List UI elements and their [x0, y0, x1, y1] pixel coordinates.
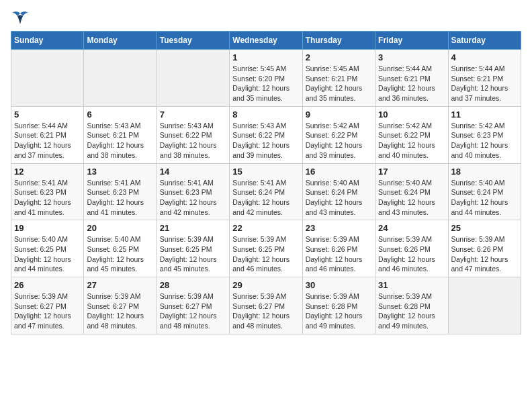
day-info: Sunrise: 5:42 AMSunset: 6:22 PMDaylight:… — [378, 121, 445, 161]
calendar-cell: 27Sunrise: 5:39 AMSunset: 6:27 PMDayligh… — [84, 277, 157, 334]
day-number: 17 — [378, 167, 445, 177]
calendar-cell — [11, 50, 84, 107]
day-number: 5 — [14, 109, 81, 120]
calendar-cell: 2Sunrise: 5:45 AMSunset: 6:21 PMDaylight… — [302, 50, 375, 107]
calendar-cell: 16Sunrise: 5:40 AMSunset: 6:24 PMDayligh… — [302, 163, 375, 220]
day-number: 6 — [87, 109, 153, 120]
day-info: Sunrise: 5:40 AMSunset: 6:25 PMDaylight:… — [14, 234, 81, 274]
day-info: Sunrise: 5:39 AMSunset: 6:27 PMDaylight:… — [87, 291, 153, 331]
day-info: Sunrise: 5:45 AMSunset: 6:21 PMDaylight:… — [306, 64, 372, 103]
day-of-week-header: Monday — [84, 32, 157, 50]
calendar-cell: 5Sunrise: 5:44 AMSunset: 6:21 PMDaylight… — [11, 106, 84, 163]
day-number: 28 — [160, 280, 226, 290]
day-info: Sunrise: 5:45 AMSunset: 6:20 PMDaylight:… — [232, 64, 299, 103]
day-of-week-header: Tuesday — [157, 32, 229, 50]
calendar-cell: 17Sunrise: 5:40 AMSunset: 6:24 PMDayligh… — [375, 163, 448, 220]
day-info: Sunrise: 5:39 AMSunset: 6:27 PMDaylight:… — [160, 291, 226, 331]
day-info: Sunrise: 5:41 AMSunset: 6:23 PMDaylight:… — [160, 178, 226, 218]
calendar-cell: 6Sunrise: 5:43 AMSunset: 6:21 PMDaylight… — [84, 106, 157, 163]
day-number: 2 — [306, 52, 372, 62]
day-number: 31 — [378, 280, 445, 290]
calendar-cell: 11Sunrise: 5:42 AMSunset: 6:23 PMDayligh… — [448, 106, 521, 163]
calendar-cell: 13Sunrise: 5:41 AMSunset: 6:23 PMDayligh… — [84, 163, 157, 220]
day-info: Sunrise: 5:43 AMSunset: 6:22 PMDaylight:… — [232, 121, 299, 161]
day-number: 15 — [232, 167, 299, 177]
day-info: Sunrise: 5:39 AMSunset: 6:26 PMDaylight:… — [378, 234, 445, 274]
day-info: Sunrise: 5:44 AMSunset: 6:21 PMDaylight:… — [14, 121, 81, 161]
day-info: Sunrise: 5:41 AMSunset: 6:23 PMDaylight:… — [87, 178, 153, 218]
calendar-cell: 22Sunrise: 5:39 AMSunset: 6:25 PMDayligh… — [230, 220, 302, 277]
day-info: Sunrise: 5:43 AMSunset: 6:21 PMDaylight:… — [87, 121, 153, 161]
day-number: 18 — [451, 167, 518, 177]
day-info: Sunrise: 5:41 AMSunset: 6:23 PMDaylight:… — [14, 178, 81, 218]
calendar-body: 1Sunrise: 5:45 AMSunset: 6:20 PMDaylight… — [11, 50, 521, 334]
day-number: 26 — [14, 280, 81, 290]
day-number: 1 — [232, 52, 299, 62]
day-number: 25 — [451, 223, 518, 233]
day-info: Sunrise: 5:39 AMSunset: 6:25 PMDaylight:… — [232, 234, 299, 274]
day-info: Sunrise: 5:39 AMSunset: 6:28 PMDaylight:… — [306, 291, 372, 331]
day-number: 16 — [306, 167, 372, 177]
calendar-cell: 25Sunrise: 5:39 AMSunset: 6:26 PMDayligh… — [448, 220, 521, 277]
day-of-week-header: Sunday — [11, 32, 84, 50]
day-info: Sunrise: 5:42 AMSunset: 6:23 PMDaylight:… — [451, 121, 518, 161]
page-header — [11, 11, 521, 26]
calendar-cell — [448, 277, 521, 334]
logo — [11, 11, 32, 26]
calendar-week-row: 19Sunrise: 5:40 AMSunset: 6:25 PMDayligh… — [11, 220, 521, 277]
day-of-week-header: Wednesday — [230, 32, 302, 50]
calendar-cell: 8Sunrise: 5:43 AMSunset: 6:22 PMDaylight… — [230, 106, 302, 163]
day-number: 20 — [87, 223, 153, 233]
day-number: 7 — [160, 109, 226, 120]
calendar-cell: 10Sunrise: 5:42 AMSunset: 6:22 PMDayligh… — [375, 106, 448, 163]
calendar-cell: 12Sunrise: 5:41 AMSunset: 6:23 PMDayligh… — [11, 163, 84, 220]
calendar-cell: 19Sunrise: 5:40 AMSunset: 6:25 PMDayligh… — [11, 220, 84, 277]
day-info: Sunrise: 5:44 AMSunset: 6:21 PMDaylight:… — [378, 64, 445, 103]
day-number: 24 — [378, 223, 445, 233]
calendar-cell: 28Sunrise: 5:39 AMSunset: 6:27 PMDayligh… — [157, 277, 229, 334]
day-header-row: SundayMondayTuesdayWednesdayThursdayFrid… — [11, 32, 521, 50]
day-info: Sunrise: 5:39 AMSunset: 6:28 PMDaylight:… — [378, 291, 445, 331]
calendar-cell — [157, 50, 229, 107]
day-of-week-header: Saturday — [448, 32, 521, 50]
calendar-week-row: 1Sunrise: 5:45 AMSunset: 6:20 PMDaylight… — [11, 50, 521, 107]
day-number: 9 — [306, 109, 372, 120]
day-number: 12 — [14, 167, 81, 177]
day-number: 8 — [232, 109, 299, 120]
calendar-cell: 9Sunrise: 5:42 AMSunset: 6:22 PMDaylight… — [302, 106, 375, 163]
day-of-week-header: Friday — [375, 32, 448, 50]
day-info: Sunrise: 5:39 AMSunset: 6:25 PMDaylight:… — [160, 234, 226, 274]
day-number: 11 — [451, 109, 518, 120]
day-info: Sunrise: 5:40 AMSunset: 6:24 PMDaylight:… — [451, 178, 518, 218]
calendar-cell: 23Sunrise: 5:39 AMSunset: 6:26 PMDayligh… — [302, 220, 375, 277]
day-info: Sunrise: 5:42 AMSunset: 6:22 PMDaylight:… — [306, 121, 372, 161]
day-info: Sunrise: 5:40 AMSunset: 6:24 PMDaylight:… — [306, 178, 372, 218]
day-number: 3 — [378, 52, 445, 62]
calendar-cell: 30Sunrise: 5:39 AMSunset: 6:28 PMDayligh… — [302, 277, 375, 334]
day-of-week-header: Thursday — [302, 32, 375, 50]
calendar-cell: 3Sunrise: 5:44 AMSunset: 6:21 PMDaylight… — [375, 50, 448, 107]
day-number: 29 — [232, 280, 299, 290]
calendar-cell: 1Sunrise: 5:45 AMSunset: 6:20 PMDaylight… — [230, 50, 302, 107]
day-number: 13 — [87, 167, 153, 177]
calendar-cell: 18Sunrise: 5:40 AMSunset: 6:24 PMDayligh… — [448, 163, 521, 220]
calendar-header: SundayMondayTuesdayWednesdayThursdayFrid… — [11, 32, 521, 50]
calendar-cell: 26Sunrise: 5:39 AMSunset: 6:27 PMDayligh… — [11, 277, 84, 334]
day-number: 4 — [451, 52, 518, 62]
calendar-week-row: 26Sunrise: 5:39 AMSunset: 6:27 PMDayligh… — [11, 277, 521, 334]
day-info: Sunrise: 5:39 AMSunset: 6:27 PMDaylight:… — [232, 291, 299, 331]
calendar-cell: 15Sunrise: 5:41 AMSunset: 6:24 PMDayligh… — [230, 163, 302, 220]
calendar-table: SundayMondayTuesdayWednesdayThursdayFrid… — [11, 31, 521, 334]
day-info: Sunrise: 5:39 AMSunset: 6:26 PMDaylight:… — [451, 234, 518, 274]
calendar-week-row: 12Sunrise: 5:41 AMSunset: 6:23 PMDayligh… — [11, 163, 521, 220]
day-number: 19 — [14, 223, 81, 233]
day-number: 23 — [306, 223, 372, 233]
day-number: 21 — [160, 223, 226, 233]
day-info: Sunrise: 5:39 AMSunset: 6:27 PMDaylight:… — [14, 291, 81, 331]
calendar-cell: 31Sunrise: 5:39 AMSunset: 6:28 PMDayligh… — [375, 277, 448, 334]
calendar-week-row: 5Sunrise: 5:44 AMSunset: 6:21 PMDaylight… — [11, 106, 521, 163]
day-info: Sunrise: 5:39 AMSunset: 6:26 PMDaylight:… — [306, 234, 372, 274]
day-number: 27 — [87, 280, 153, 290]
calendar-cell: 4Sunrise: 5:44 AMSunset: 6:21 PMDaylight… — [448, 50, 521, 107]
calendar-cell: 29Sunrise: 5:39 AMSunset: 6:27 PMDayligh… — [230, 277, 302, 334]
